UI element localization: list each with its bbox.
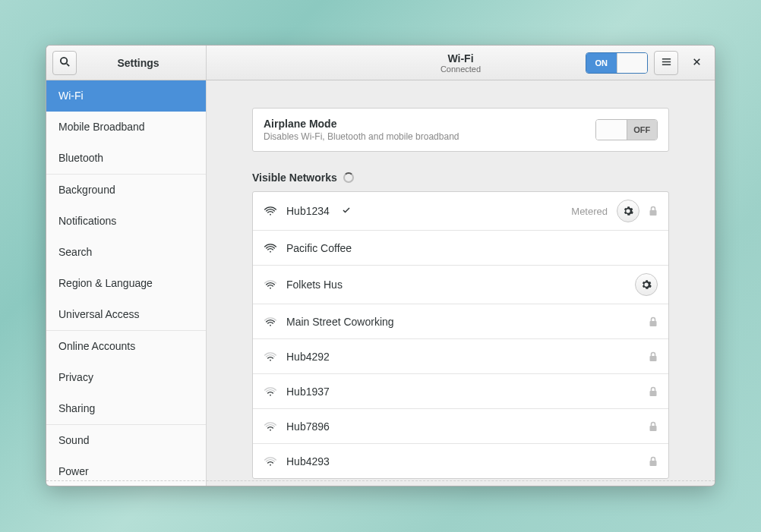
header-actions: ON — [586, 51, 709, 75]
network-row[interactable]: Pacific Coffee — [253, 230, 668, 265]
sidebar-item-label: Power — [58, 465, 89, 477]
network-row[interactable]: Hub1234Metered — [253, 192, 668, 230]
network-name: Hub4292 — [286, 351, 330, 363]
wifi-signal-icon — [264, 243, 277, 253]
spinner-icon — [343, 172, 354, 183]
sidebar-item-region-language[interactable]: Region & Language — [46, 268, 206, 299]
svg-point-19 — [270, 464, 271, 465]
network-settings-button[interactable] — [617, 200, 639, 222]
sidebar-item-online-accounts[interactable]: Online Accounts — [46, 331, 206, 362]
network-name: Folkets Hus — [286, 279, 343, 291]
window-body: Wi-FiMobile BroadbandBluetoothBackground… — [46, 80, 715, 486]
lock-icon — [649, 206, 658, 216]
svg-point-7 — [270, 214, 271, 216]
sidebar-item-label: Search — [58, 246, 92, 258]
sidebar-item-label: Sound — [58, 434, 89, 446]
svg-rect-18 — [650, 426, 657, 431]
wifi-signal-icon — [264, 279, 277, 290]
sidebar-item-label: Privacy — [58, 371, 93, 383]
sidebar-item-notifications[interactable]: Notifications — [46, 206, 206, 237]
sidebar-item-bluetooth[interactable]: Bluetooth — [46, 143, 206, 174]
network-list: Hub1234MeteredPacific CoffeeFolkets HusM… — [252, 191, 669, 479]
sidebar-item-label: Sharing — [58, 402, 95, 414]
sidebar-item-sound[interactable]: Sound — [46, 425, 206, 456]
svg-point-11 — [270, 324, 271, 326]
sidebar-item-label: Region & Language — [58, 277, 153, 289]
network-name: Hub1937 — [286, 386, 330, 398]
network-name: Main Street Coworking — [286, 316, 394, 328]
wifi-signal-icon — [264, 421, 277, 432]
connected-check-icon — [342, 205, 351, 217]
network-settings-button[interactable] — [635, 273, 658, 296]
settings-window: Settings Wi-Fi Connected ON — [46, 45, 715, 486]
network-row[interactable]: Folkets Hus — [253, 265, 668, 304]
sidebar-item-label: Notifications — [58, 215, 116, 227]
svg-line-1 — [66, 63, 68, 65]
svg-point-13 — [270, 359, 271, 360]
network-name: Hub7896 — [286, 420, 330, 433]
network-row[interactable]: Hub1937 — [253, 373, 668, 408]
network-name: Hub1234 — [286, 205, 330, 217]
wifi-signal-icon — [264, 316, 277, 327]
headerbar-left: Settings — [46, 46, 207, 80]
wifi-signal-icon — [264, 386, 277, 397]
network-row[interactable]: Hub4292 — [253, 338, 668, 373]
network-row[interactable]: Hub4293 — [253, 443, 668, 478]
sidebar[interactable]: Wi-FiMobile BroadbandBluetoothBackground… — [46, 80, 207, 486]
settings-title: Settings — [77, 57, 200, 69]
page-title: Wi-Fi — [447, 52, 473, 65]
sidebar-item-privacy[interactable]: Privacy — [46, 362, 206, 393]
svg-point-10 — [270, 288, 271, 289]
hamburger-menu-button[interactable] — [654, 51, 678, 75]
wifi-signal-icon — [264, 206, 277, 216]
airplane-mode-subtitle: Disables Wi-Fi, Bluetooth and mobile bro… — [264, 131, 595, 142]
sidebar-item-label: Bluetooth — [58, 152, 103, 164]
sidebar-item-label: Wi-Fi — [58, 90, 84, 102]
headerbar: Settings Wi-Fi Connected ON — [46, 46, 715, 80]
close-window-button[interactable] — [684, 51, 709, 75]
svg-rect-20 — [650, 461, 657, 466]
lock-icon — [649, 421, 658, 432]
wifi-toggle[interactable]: ON — [586, 52, 648, 74]
svg-point-9 — [270, 250, 271, 252]
headerbar-right: Wi-Fi Connected ON — [207, 46, 715, 80]
sidebar-item-label: Background — [58, 184, 115, 196]
airplane-toggle-off-label: OFF — [627, 120, 658, 140]
sidebar-item-sharing[interactable]: Sharing — [46, 393, 206, 424]
sidebar-item-search[interactable]: Search — [46, 237, 206, 268]
sidebar-item-universal-access[interactable]: Universal Access — [46, 299, 206, 330]
wifi-toggle-handle — [617, 53, 648, 73]
airplane-mode-toggle[interactable]: OFF — [595, 119, 658, 140]
lock-icon — [649, 351, 658, 362]
svg-point-0 — [60, 57, 66, 63]
svg-point-17 — [270, 429, 271, 430]
sidebar-item-label: Mobile Broadband — [58, 121, 145, 133]
lock-icon — [649, 456, 658, 467]
network-row[interactable]: Hub7896 — [253, 408, 668, 443]
search-icon — [59, 56, 71, 70]
network-row[interactable]: Main Street Coworking — [253, 304, 668, 338]
wifi-signal-icon — [264, 456, 277, 467]
svg-rect-16 — [650, 391, 657, 396]
lock-icon — [649, 386, 658, 397]
wifi-toggle-on-label: ON — [586, 53, 617, 73]
main-content: Airplane Mode Disables Wi-Fi, Bluetooth … — [207, 80, 715, 486]
svg-point-15 — [270, 394, 271, 395]
svg-rect-12 — [650, 321, 657, 326]
airplane-mode-row: Airplane Mode Disables Wi-Fi, Bluetooth … — [253, 109, 668, 151]
airplane-mode-panel: Airplane Mode Disables Wi-Fi, Bluetooth … — [252, 108, 669, 152]
sidebar-item-mobile-broadband[interactable]: Mobile Broadband — [46, 112, 206, 143]
network-name: Pacific Coffee — [286, 242, 352, 254]
visible-networks-label: Visible Networks — [252, 172, 337, 184]
sidebar-item-background[interactable]: Background — [46, 175, 206, 206]
search-button[interactable] — [52, 51, 77, 75]
metered-label: Metered — [571, 206, 608, 217]
hamburger-icon — [661, 56, 672, 70]
airplane-mode-title: Airplane Mode — [264, 118, 595, 130]
close-icon — [691, 56, 703, 70]
sidebar-item-label: Online Accounts — [58, 340, 135, 352]
sidebar-item-wi-fi[interactable]: Wi-Fi — [46, 80, 206, 112]
airplane-mode-text: Airplane Mode Disables Wi-Fi, Bluetooth … — [264, 118, 595, 142]
sidebar-item-power[interactable]: Power — [46, 456, 206, 486]
page-subtitle: Connected — [440, 65, 481, 74]
